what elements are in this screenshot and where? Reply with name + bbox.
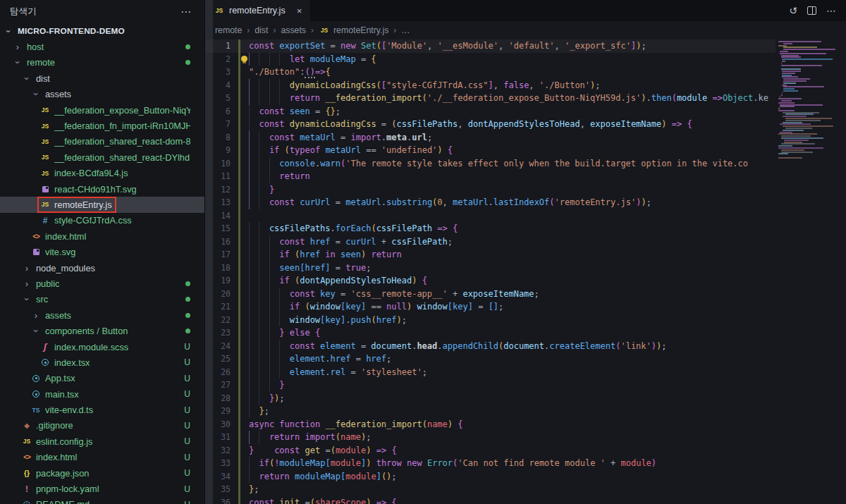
code-line-31[interactable]: 31return import(name);	[205, 431, 776, 444]
tree-item-vite-svg[interactable]: vite.svg	[0, 244, 204, 259]
tree-item-index-tsx[interactable]: index.tsxU	[0, 355, 204, 370]
tree-item--federation-fn-import-irn10mjh-[interactable]: JS__federation_fn_import-iRn10MJH…	[0, 118, 204, 133]
tree-item-host[interactable]: ›host	[0, 39, 204, 54]
minimap-line	[783, 43, 792, 44]
split-editor-icon[interactable]	[807, 6, 816, 15]
indent-guide	[249, 92, 250, 105]
chevron-right-icon[interactable]: ›	[21, 278, 32, 289]
tree-item-pnpm-lock-yaml[interactable]: !pnpm-lock.yamlU	[0, 481, 204, 496]
code-line-30[interactable]: 30async function __federation_import(nam…	[205, 418, 776, 431]
minimap[interactable]	[776, 39, 846, 504]
chevron-right-icon[interactable]: ›	[12, 42, 23, 52]
code-line-16[interactable]: 16const href = curUrl + cssFilePath;	[205, 235, 776, 249]
chevron-down-icon[interactable]: ›	[4, 25, 14, 37]
sidebar-resize-sash[interactable]	[205, 0, 213, 504]
tree-item-main-tsx[interactable]: main.tsxU	[0, 386, 204, 402]
tree-item-remoteentry-js[interactable]: JSremoteEntry.js	[0, 197, 204, 212]
code-line-23[interactable]: 23} else {	[205, 326, 776, 340]
breadcrumb-item-dist[interactable]: dist	[255, 25, 268, 35]
breadcrumb-item-remote[interactable]: remote	[215, 25, 242, 35]
tree-item--federation-shared-react-dylhd-[interactable]: JS__federation_shared_react-DYlhd…	[0, 149, 204, 165]
tree-item-dist[interactable]: ›dist	[0, 70, 204, 86]
editor-more-actions-icon[interactable]: ⋯	[826, 6, 836, 16]
code-line-7[interactable]: 7const dynamicLoadingCss = (cssFilePaths…	[205, 118, 776, 131]
explorer-more-actions-icon[interactable]: ⋯	[178, 6, 195, 18]
code-line-9[interactable]: 9if (typeof metaUrl == 'undefined') {	[205, 144, 776, 157]
code-line-27[interactable]: 27}	[205, 379, 776, 392]
chevron-down-icon[interactable]: ›	[22, 73, 32, 84]
tab-remoteentry[interactable]: JS remoteEntry.js ×	[205, 0, 311, 21]
tree-item-assets[interactable]: ›assets	[0, 307, 204, 323]
tree-item-label: assets	[45, 310, 71, 321]
tree-item-index-html[interactable]: <>index.htmlU	[0, 450, 204, 465]
breadcrumb-item--[interactable]: …	[401, 25, 410, 35]
code-line-17[interactable]: 17if (href in seen) return	[205, 248, 776, 262]
code-line-12[interactable]: 12}	[205, 183, 776, 197]
code-line-6[interactable]: 6const seen = {};	[205, 105, 776, 118]
code-line-18[interactable]: 18seen[href] = true;	[205, 262, 776, 275]
timeline-history-icon[interactable]: ↺	[789, 6, 797, 16]
code-line-5[interactable]: 5return __federation_import('./__federat…	[205, 92, 776, 105]
code-line-25[interactable]: 25element.href = href;	[205, 352, 776, 366]
code-line-11[interactable]: 11return	[205, 170, 776, 183]
code-text: const metaUrl = import.meta.url;	[249, 131, 776, 145]
lightbulb-icon[interactable]	[241, 56, 247, 62]
code-line-26[interactable]: 26element.rel = 'stylesheet';	[205, 366, 776, 379]
code-line-14[interactable]: 14	[205, 209, 776, 223]
chevron-down-icon[interactable]: ›	[13, 57, 23, 68]
tree-item-index-module-scss[interactable]: ʃindex.module.scssU	[0, 339, 204, 355]
tree-item-eslint-config-js[interactable]: JSeslint.config.jsU	[0, 434, 204, 449]
chevron-down-icon[interactable]: ›	[31, 89, 42, 100]
code-line-22[interactable]: 22window[key].push(href);	[205, 314, 776, 327]
code-line-24[interactable]: 24const element = document.head.appendCh…	[205, 340, 776, 353]
tree-item-src[interactable]: ›src	[0, 292, 204, 307]
code-line-36[interactable]: 36const init =(shareScope) => {	[205, 496, 776, 504]
code-line-35[interactable]: 35};	[205, 483, 776, 496]
tree-item-index-html[interactable]: <>index.html	[0, 228, 204, 244]
code-line-34[interactable]: 34return moduleMap[module]();	[205, 470, 776, 484]
tree-item-node-modules[interactable]: ›node_modules	[0, 260, 204, 276]
indent-guide	[269, 92, 270, 105]
chevron-down-icon[interactable]: ›	[31, 326, 42, 337]
react-icon	[32, 375, 39, 382]
tree-item-vite-env-d-ts[interactable]: TSvite-env.d.tsU	[0, 402, 204, 417]
tree-item-micro-frontend-demo[interactable]: ›MICRO-FRONTEND-DEMO	[0, 23, 204, 39]
code-line-32[interactable]: 32} const get =(module) => {	[205, 444, 776, 457]
tree-item-react-chdo91ht-svg[interactable]: react-CHdo91hT.svg	[0, 181, 204, 197]
tree-item-public[interactable]: ›public	[0, 276, 204, 291]
code-editor[interactable]: 1const exportSet = new Set(['Module', '_…	[205, 39, 776, 504]
code-line-28[interactable]: 28});	[205, 392, 776, 405]
chevron-right-icon[interactable]: ›	[30, 310, 42, 321]
tree-item-package-json[interactable]: {}package.jsonU	[0, 465, 204, 481]
code-line-1[interactable]: 1const exportSet = new Set(['Module', '_…	[205, 39, 776, 53]
code-line-13[interactable]: 13const curUrl = metaUrl.substring(0, me…	[205, 196, 776, 209]
breadcrumb-item-remoteentry-js[interactable]: JSremoteEntry.js	[319, 25, 388, 35]
code-line-21[interactable]: 21if (window[key] == null) window[key] =…	[205, 300, 776, 314]
code-line-10[interactable]: 10console.warn('The remote style takes e…	[205, 157, 776, 171]
code-text: };	[249, 483, 776, 496]
tree-item-index-bcdfa9l4-js[interactable]: JSindex-BCdfa9L4.js	[0, 166, 204, 181]
chevron-right-icon[interactable]: ›	[21, 263, 32, 273]
code-line-29[interactable]: 29};	[205, 405, 776, 418]
code-line-33[interactable]: 33if(!moduleMap[module]) throw new Error…	[205, 457, 776, 470]
tree-item-app-tsx[interactable]: App.tsxU	[0, 371, 204, 386]
code-line-3[interactable]: 3"./Button":()=>{	[205, 66, 776, 79]
tab-close-icon[interactable]: ×	[295, 6, 304, 16]
token: ,	[494, 80, 503, 90]
breadcrumb-item-assets[interactable]: assets	[281, 25, 306, 35]
code-line-4[interactable]: 4dynamicLoadingCss(["style-CGfJTrdA.css"…	[205, 79, 776, 92]
chevron-down-icon[interactable]: ›	[22, 294, 32, 305]
code-line-15[interactable]: 15cssFilePaths.forEach(cssFilePath => {	[205, 222, 776, 235]
code-line-19[interactable]: 19if (dontAppendStylesToHead) {	[205, 274, 776, 288]
code-line-20[interactable]: 20const key = 'css__remote-app__' + expo…	[205, 288, 776, 301]
tree-item-assets[interactable]: ›assets	[0, 87, 204, 102]
tree-item-style-cgfjtrda-css[interactable]: #style-CGfJTrdA.css	[0, 213, 204, 228]
code-line-8[interactable]: 8const metaUrl = import.meta.url;	[205, 131, 776, 145]
tree-item-components-button[interactable]: ›components / Button	[0, 323, 204, 338]
tree-item-remote[interactable]: ›remote	[0, 55, 204, 70]
code-line-2[interactable]: 2let moduleMap = {	[205, 53, 776, 66]
tree-item--federation-expose-button-niqy-[interactable]: JS__federation_expose_Button-NiqY…	[0, 102, 204, 118]
tree-item--federation-shared-react-dom-8-[interactable]: JS__federation_shared_react-dom-8…	[0, 134, 204, 149]
tree-item--gitignore[interactable]: ◆.gitignoreU	[0, 418, 204, 434]
tree-item-readme-md[interactable]: iREADME.mdU	[0, 497, 204, 504]
